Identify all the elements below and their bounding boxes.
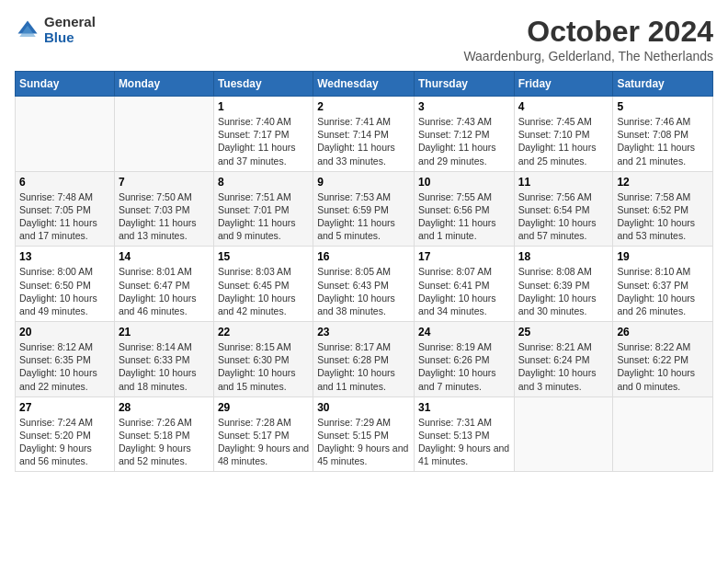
day-detail: Sunrise: 7:28 AM Sunset: 5:17 PM Dayligh… — [218, 416, 309, 468]
calendar-cell: 31Sunrise: 7:31 AM Sunset: 5:13 PM Dayli… — [414, 396, 514, 472]
day-detail: Sunrise: 8:07 AM Sunset: 6:41 PM Dayligh… — [418, 265, 510, 317]
calendar-cell: 7Sunrise: 7:50 AM Sunset: 7:03 PM Daylig… — [114, 171, 213, 247]
calendar-cell: 23Sunrise: 8:17 AM Sunset: 6:28 PM Dayli… — [313, 322, 415, 397]
calendar-table: SundayMondayTuesdayWednesdayThursdayFrid… — [15, 71, 713, 472]
calendar-cell: 9Sunrise: 7:53 AM Sunset: 6:59 PM Daylig… — [313, 171, 415, 247]
day-detail: Sunrise: 7:40 AM Sunset: 7:17 PM Dayligh… — [218, 115, 309, 167]
calendar-week-row: 27Sunrise: 7:24 AM Sunset: 5:20 PM Dayli… — [16, 396, 713, 472]
day-detail: Sunrise: 7:29 AM Sunset: 5:15 PM Dayligh… — [317, 416, 410, 468]
calendar-cell: 21Sunrise: 8:14 AM Sunset: 6:33 PM Dayli… — [114, 322, 213, 397]
day-number: 23 — [317, 326, 410, 339]
day-detail: Sunrise: 7:56 AM Sunset: 6:54 PM Dayligh… — [518, 190, 609, 243]
calendar-cell: 1Sunrise: 7:40 AM Sunset: 7:17 PM Daylig… — [213, 97, 313, 172]
calendar-cell: 22Sunrise: 8:15 AM Sunset: 6:30 PM Dayli… — [213, 322, 313, 397]
day-number: 26 — [617, 326, 709, 339]
calendar-body: 1Sunrise: 7:40 AM Sunset: 7:17 PM Daylig… — [16, 97, 713, 472]
calendar-header: SundayMondayTuesdayWednesdayThursdayFrid… — [16, 72, 713, 97]
day-detail: Sunrise: 8:22 AM Sunset: 6:22 PM Dayligh… — [617, 340, 709, 393]
day-number: 17 — [418, 250, 510, 263]
calendar-cell — [514, 396, 613, 472]
day-number: 8 — [218, 176, 309, 189]
calendar-cell — [613, 396, 713, 472]
day-detail: Sunrise: 7:46 AM Sunset: 7:08 PM Dayligh… — [617, 115, 709, 167]
day-detail: Sunrise: 8:08 AM Sunset: 6:39 PM Dayligh… — [518, 265, 609, 317]
day-number: 28 — [119, 401, 210, 414]
calendar-title: October 2024 — [463, 15, 713, 49]
calendar-cell: 10Sunrise: 7:55 AM Sunset: 6:56 PM Dayli… — [414, 171, 514, 247]
calendar-cell: 28Sunrise: 7:26 AM Sunset: 5:18 PM Dayli… — [114, 396, 213, 472]
day-detail: Sunrise: 7:31 AM Sunset: 5:13 PM Dayligh… — [418, 416, 510, 468]
calendar-cell: 13Sunrise: 8:00 AM Sunset: 6:50 PM Dayli… — [16, 247, 115, 322]
calendar-cell: 19Sunrise: 8:10 AM Sunset: 6:37 PM Dayli… — [613, 247, 713, 322]
day-number: 10 — [418, 176, 510, 189]
calendar-week-row: 6Sunrise: 7:48 AM Sunset: 7:05 PM Daylig… — [16, 171, 713, 247]
calendar-cell: 30Sunrise: 7:29 AM Sunset: 5:15 PM Dayli… — [313, 396, 415, 472]
logo-icon — [15, 17, 40, 43]
calendar-cell: 12Sunrise: 7:58 AM Sunset: 6:52 PM Dayli… — [613, 171, 713, 247]
calendar-cell: 27Sunrise: 7:24 AM Sunset: 5:20 PM Dayli… — [16, 396, 115, 472]
day-number: 14 — [119, 250, 210, 263]
calendar-cell: 25Sunrise: 8:21 AM Sunset: 6:24 PM Dayli… — [514, 322, 613, 397]
day-detail: Sunrise: 7:50 AM Sunset: 7:03 PM Dayligh… — [119, 190, 210, 243]
calendar-cell: 17Sunrise: 8:07 AM Sunset: 6:41 PM Dayli… — [414, 247, 514, 322]
calendar-cell: 26Sunrise: 8:22 AM Sunset: 6:22 PM Dayli… — [613, 322, 713, 397]
calendar-subtitle: Waardenburg, Gelderland, The Netherlands — [463, 49, 713, 63]
day-detail: Sunrise: 8:10 AM Sunset: 6:37 PM Dayligh… — [617, 265, 709, 317]
day-detail: Sunrise: 8:12 AM Sunset: 6:35 PM Dayligh… — [19, 340, 110, 393]
day-detail: Sunrise: 8:14 AM Sunset: 6:33 PM Dayligh… — [119, 340, 210, 393]
day-detail: Sunrise: 8:15 AM Sunset: 6:30 PM Dayligh… — [218, 340, 309, 393]
day-number: 1 — [218, 100, 309, 113]
day-detail: Sunrise: 7:45 AM Sunset: 7:10 PM Dayligh… — [518, 115, 609, 167]
day-detail: Sunrise: 7:53 AM Sunset: 6:59 PM Dayligh… — [317, 190, 410, 243]
day-detail: Sunrise: 8:00 AM Sunset: 6:50 PM Dayligh… — [19, 265, 110, 317]
day-detail: Sunrise: 7:58 AM Sunset: 6:52 PM Dayligh… — [617, 190, 709, 243]
calendar-week-row: 20Sunrise: 8:12 AM Sunset: 6:35 PM Dayli… — [16, 322, 713, 397]
calendar-cell: 11Sunrise: 7:56 AM Sunset: 6:54 PM Dayli… — [514, 171, 613, 247]
calendar-cell: 5Sunrise: 7:46 AM Sunset: 7:08 PM Daylig… — [613, 97, 713, 172]
day-detail: Sunrise: 7:24 AM Sunset: 5:20 PM Dayligh… — [19, 416, 110, 468]
page-header: General Blue October 2024 Waardenburg, G… — [15, 15, 713, 63]
day-detail: Sunrise: 8:19 AM Sunset: 6:26 PM Dayligh… — [418, 340, 510, 393]
day-number: 16 — [317, 250, 410, 263]
logo-blue-text: Blue — [44, 30, 96, 46]
weekday-header-saturday: Saturday — [613, 72, 713, 97]
day-number: 6 — [19, 176, 110, 189]
day-detail: Sunrise: 8:01 AM Sunset: 6:47 PM Dayligh… — [119, 265, 210, 317]
weekday-header-sunday: Sunday — [16, 72, 115, 97]
calendar-cell — [16, 97, 115, 172]
day-number: 29 — [218, 401, 309, 414]
day-number: 20 — [19, 326, 110, 339]
day-number: 18 — [518, 250, 609, 263]
day-number: 19 — [617, 250, 709, 263]
calendar-cell: 16Sunrise: 8:05 AM Sunset: 6:43 PM Dayli… — [313, 247, 415, 322]
day-detail: Sunrise: 7:41 AM Sunset: 7:14 PM Dayligh… — [317, 115, 410, 167]
day-number: 13 — [19, 250, 110, 263]
calendar-cell: 2Sunrise: 7:41 AM Sunset: 7:14 PM Daylig… — [313, 97, 415, 172]
calendar-week-row: 1Sunrise: 7:40 AM Sunset: 7:17 PM Daylig… — [16, 97, 713, 172]
day-number: 9 — [317, 176, 410, 189]
day-number: 25 — [518, 326, 609, 339]
weekday-header-tuesday: Tuesday — [213, 72, 313, 97]
day-number: 12 — [617, 176, 709, 189]
day-number: 4 — [518, 100, 609, 113]
day-detail: Sunrise: 7:26 AM Sunset: 5:18 PM Dayligh… — [119, 416, 210, 468]
day-detail: Sunrise: 7:51 AM Sunset: 7:01 PM Dayligh… — [218, 190, 309, 243]
weekday-header-wednesday: Wednesday — [313, 72, 415, 97]
day-detail: Sunrise: 7:43 AM Sunset: 7:12 PM Dayligh… — [418, 115, 510, 167]
calendar-cell: 18Sunrise: 8:08 AM Sunset: 6:39 PM Dayli… — [514, 247, 613, 322]
day-number: 15 — [218, 250, 309, 263]
weekday-header-row: SundayMondayTuesdayWednesdayThursdayFrid… — [16, 72, 713, 97]
day-detail: Sunrise: 8:17 AM Sunset: 6:28 PM Dayligh… — [317, 340, 410, 393]
day-number: 11 — [518, 176, 609, 189]
day-detail: Sunrise: 7:55 AM Sunset: 6:56 PM Dayligh… — [418, 190, 510, 243]
day-number: 21 — [119, 326, 210, 339]
calendar-cell: 24Sunrise: 8:19 AM Sunset: 6:26 PM Dayli… — [414, 322, 514, 397]
calendar-cell: 29Sunrise: 7:28 AM Sunset: 5:17 PM Dayli… — [213, 396, 313, 472]
day-number: 5 — [617, 100, 709, 113]
day-detail: Sunrise: 8:21 AM Sunset: 6:24 PM Dayligh… — [518, 340, 609, 393]
day-number: 27 — [19, 401, 110, 414]
logo-general-text: General — [44, 15, 96, 30]
title-area: October 2024 Waardenburg, Gelderland, Th… — [463, 15, 713, 63]
calendar-cell: 8Sunrise: 7:51 AM Sunset: 7:01 PM Daylig… — [213, 171, 313, 247]
calendar-cell — [114, 97, 213, 172]
